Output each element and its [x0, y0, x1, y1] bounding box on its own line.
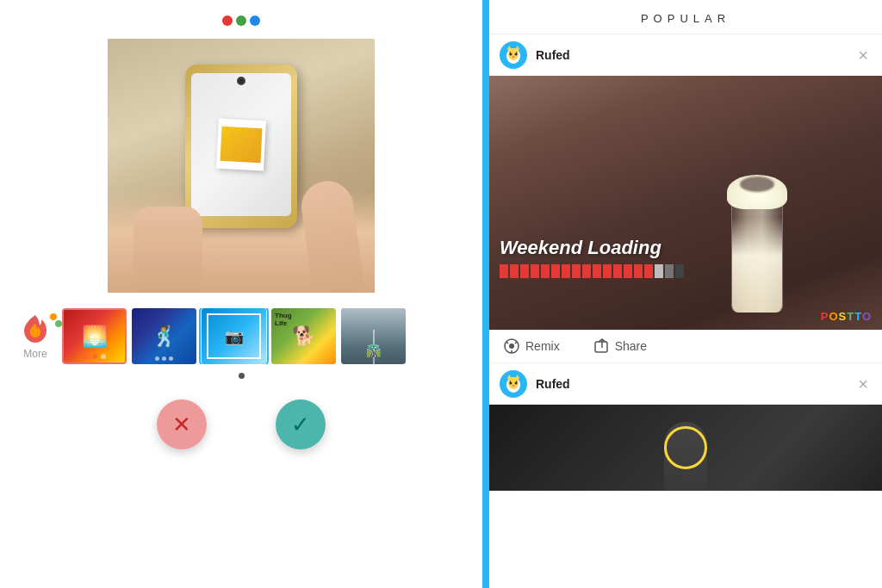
postto-brand: POSTTO — [821, 310, 872, 323]
post-card-1: Rufed × Weekend Loading — [489, 34, 882, 363]
logo-dot-green — [236, 15, 246, 26]
post-2-header: Rufed × — [489, 363, 882, 405]
svg-point-6 — [515, 53, 518, 56]
svg-rect-10 — [595, 342, 607, 352]
left-panel: More 🌅 🕺 — [0, 0, 482, 588]
circle-indicator — [664, 426, 707, 469]
page-indicator — [239, 373, 245, 379]
post-1-actions: Remix Share — [489, 330, 882, 362]
flame-svg — [22, 313, 48, 344]
svg-point-9 — [509, 344, 514, 349]
svg-point-19 — [512, 385, 515, 387]
weekend-loading-text: Weekend Loading — [500, 237, 684, 259]
thumb-toolbar-2 — [132, 356, 196, 361]
brand-t2: T — [854, 310, 862, 323]
share-button[interactable]: Share — [594, 338, 647, 354]
svg-point-17 — [510, 382, 512, 385]
panel-gap — [482, 0, 489, 588]
brand-p: P — [821, 310, 829, 323]
logo-dot-red — [222, 15, 233, 26]
more-button[interactable]: More — [14, 313, 57, 360]
avatar-tiger-icon — [500, 41, 527, 69]
user-2-name: Rufed — [536, 377, 846, 391]
user-1-avatar — [500, 41, 527, 69]
thumbnail-road[interactable]: 🛣️ — [341, 308, 406, 364]
action-buttons: ✕ ✓ — [157, 399, 326, 449]
brand-o: O — [829, 310, 838, 323]
thumbnail-doge[interactable]: 🐕 ThugLife — [271, 308, 336, 364]
more-icon — [20, 313, 51, 344]
thumbnail-frame-selected[interactable]: 📷 — [202, 308, 266, 364]
brand-t: T — [847, 310, 854, 323]
svg-point-5 — [510, 53, 512, 56]
thumb-dots-1 — [64, 354, 125, 359]
phone-photo-background — [108, 39, 375, 293]
page-dot-1 — [239, 373, 245, 379]
logo-dot-blue — [250, 15, 260, 26]
brand-s: S — [839, 310, 848, 323]
remix-button[interactable]: Remix — [503, 338, 560, 354]
confirm-icon: ✓ — [291, 413, 310, 436]
thumbnail-strip: More 🌅 🕺 — [0, 308, 482, 364]
popular-title: POPULAR — [641, 12, 730, 25]
cancel-icon: ✕ — [172, 413, 191, 436]
svg-point-18 — [515, 382, 518, 385]
post-1-close-button[interactable]: × — [854, 46, 872, 64]
avatar-tiger-2-icon — [500, 370, 527, 398]
coffee-background: Weekend Loading — [489, 76, 882, 330]
progress-bar — [500, 264, 684, 278]
svg-point-7 — [512, 56, 515, 58]
main-edit-image — [108, 39, 375, 293]
thumbnail-dance[interactable]: 🕺 — [132, 308, 196, 364]
brand-o2: O — [862, 310, 872, 323]
user-2-avatar — [500, 370, 527, 398]
share-icon — [594, 338, 610, 354]
remix-icon — [503, 338, 520, 354]
tiger-svg — [501, 43, 525, 67]
app-logo — [222, 15, 260, 26]
right-panel: POPULAR — [489, 0, 882, 588]
post-1-header: Rufed × — [489, 34, 882, 76]
tiger-2-svg — [501, 372, 525, 396]
user-1-name: Rufed — [536, 48, 846, 62]
cancel-button[interactable]: ✕ — [157, 399, 207, 449]
thumbnail-effects[interactable]: 🌅 — [62, 308, 127, 364]
popular-header: POPULAR — [489, 0, 882, 34]
post-card-2: Rufed × — [489, 363, 882, 491]
post-1-image: Weekend Loading — [489, 76, 882, 330]
more-label: More — [23, 348, 47, 360]
post-text-overlay: Weekend Loading — [500, 237, 684, 278]
remix-label: Remix — [525, 339, 560, 353]
confirm-button[interactable]: ✓ — [276, 399, 326, 449]
post-2-close-button[interactable]: × — [854, 375, 872, 393]
coffee-glass — [718, 166, 796, 313]
post-2-image — [489, 405, 882, 491]
share-label: Share — [615, 339, 647, 353]
